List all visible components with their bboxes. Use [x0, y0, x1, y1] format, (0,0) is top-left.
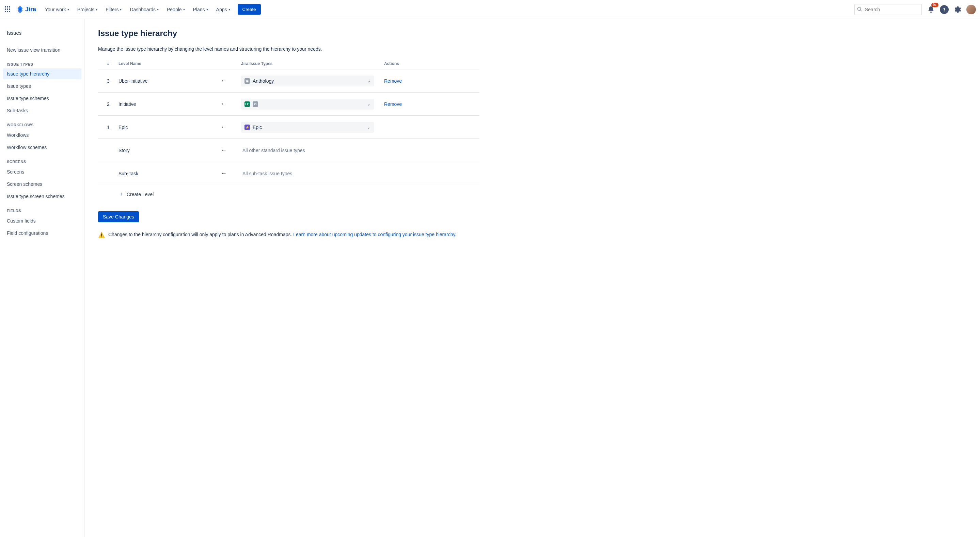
sidebar-transition[interactable]: New issue view transition — [3, 44, 81, 56]
issue-types-readonly: All sub-task issue types — [241, 171, 384, 176]
level-name: Initiative — [118, 102, 221, 107]
level-number: 2 — [98, 102, 118, 107]
avatar[interactable] — [966, 5, 976, 14]
sidebar-item-screen-schemes[interactable]: Screen schemes — [3, 178, 81, 190]
chevron-down-icon: ⌄ — [367, 102, 371, 106]
arrow-left-icon[interactable]: ← — [221, 77, 227, 84]
sidebar-group-fields: Fields — [3, 202, 81, 215]
issue-types-select[interactable]: ⚡Epic⌄ — [241, 122, 374, 133]
table-row: 2Initiative←LEO⌄Remove — [98, 92, 479, 116]
level-name: Story — [118, 148, 221, 153]
sidebar-item-custom-fields[interactable]: Custom fields — [3, 215, 81, 227]
jira-logo[interactable]: Jira — [16, 6, 36, 13]
sidebar-group-screens: Screens — [3, 154, 81, 166]
help-button[interactable] — [940, 5, 949, 14]
sidebar-item-issue-type-hierarchy[interactable]: Issue type hierarchy — [3, 68, 81, 79]
nav-item-dashboards[interactable]: Dashboards▾ — [126, 4, 162, 15]
sidebar-item-workflow-schemes[interactable]: Workflow schemes — [3, 141, 81, 154]
table-row: 1Epic←⚡Epic⌄ — [98, 116, 479, 139]
warning-text: Changes to the hierarchy configuration w… — [108, 232, 293, 237]
nav-item-projects[interactable]: Projects▾ — [74, 4, 101, 15]
level-number: 3 — [98, 78, 118, 84]
sidebar-item-issue-type-screen-schemes[interactable]: Issue type screen schemes — [3, 190, 81, 202]
chevron-down-icon: ▾ — [183, 8, 185, 11]
nav-items: Your work▾Projects▾Filters▾Dashboards▾Pe… — [41, 4, 234, 15]
nav-item-filters[interactable]: Filters▾ — [102, 4, 125, 15]
app-switcher-icon[interactable] — [4, 5, 12, 14]
layout: Issues New issue view transition Issue t… — [0, 19, 980, 537]
notifications-badge: 9+ — [931, 3, 939, 7]
level-name: Uber-initiative — [118, 78, 221, 84]
le-icon: LE — [245, 102, 250, 107]
create-level-button[interactable]: ＋ Create Level — [98, 185, 154, 203]
settings-button[interactable] — [952, 4, 963, 15]
anthology-icon: ◉ — [245, 78, 250, 84]
nav-item-people[interactable]: People▾ — [164, 4, 188, 15]
remove-link[interactable]: Remove — [384, 78, 402, 84]
save-changes-button[interactable]: Save Changes — [98, 211, 139, 222]
topbar: Jira Your work▾Projects▾Filters▾Dashboar… — [0, 0, 980, 19]
page-title: Issue type hierarchy — [98, 29, 479, 38]
brand-text: Jira — [25, 6, 36, 13]
table-row: Sub-Task←All sub-task issue types — [98, 162, 479, 185]
svg-line-1 — [861, 10, 862, 11]
warning-link[interactable]: Learn more about upcoming updates to con… — [293, 232, 456, 237]
sidebar-item-issue-type-schemes[interactable]: Issue type schemes — [3, 92, 81, 105]
col-num-header: # — [98, 61, 118, 66]
create-button[interactable]: Create — [238, 4, 261, 14]
level-name: Sub-Task — [118, 171, 221, 176]
chevron-down-icon: ⌄ — [367, 125, 371, 130]
svg-point-2 — [944, 11, 944, 11]
arrow-left-icon[interactable]: ← — [221, 170, 227, 176]
jira-mark-icon — [16, 6, 24, 13]
warning-icon: ⚠️ — [98, 232, 105, 238]
chevron-down-icon: ▾ — [157, 8, 159, 11]
chevron-down-icon: ▾ — [229, 8, 230, 11]
hierarchy-table: # Level Name Jira Issue Types Actions 3U… — [98, 59, 479, 185]
col-actions-header: Actions — [384, 61, 479, 66]
nav-item-your-work[interactable]: Your work▾ — [41, 4, 73, 15]
chevron-down-icon: ▾ — [120, 8, 122, 11]
epic-icon: ⚡ — [245, 124, 250, 130]
arrow-left-icon[interactable]: ← — [221, 100, 227, 107]
question-icon — [942, 7, 947, 12]
level-number: 1 — [98, 124, 118, 130]
page-description: Manage the issue type hierarchy by chang… — [98, 46, 479, 52]
plus-icon: ＋ — [118, 191, 124, 198]
table-header: # Level Name Jira Issue Types Actions — [98, 59, 479, 70]
issue-types-select[interactable]: LEO⌄ — [241, 99, 374, 110]
sidebar: Issues New issue view transition Issue t… — [0, 19, 84, 537]
search-icon — [857, 6, 862, 13]
col-types-header: Jira Issue Types — [241, 61, 384, 66]
sidebar-item-field-configurations[interactable]: Field configurations — [3, 227, 81, 239]
sidebar-group-issue-types: Issue types — [3, 56, 81, 68]
nav-item-apps[interactable]: Apps▾ — [213, 4, 234, 15]
chevron-down-icon: ⌄ — [367, 79, 371, 83]
svg-point-0 — [858, 7, 861, 10]
warning-box: ⚠️ Changes to the hierarchy configuratio… — [98, 232, 479, 238]
topbar-left: Jira Your work▾Projects▾Filters▾Dashboar… — [4, 4, 261, 15]
issue-types-select[interactable]: ◉Anthology⌄ — [241, 76, 374, 86]
sidebar-item-issue-types[interactable]: Issue types — [3, 80, 81, 92]
chevron-down-icon: ▾ — [96, 8, 97, 11]
notifications-button[interactable]: 9+ — [926, 4, 936, 15]
sidebar-item-workflows[interactable]: Workflows — [3, 129, 81, 141]
sidebar-issues[interactable]: Issues — [3, 27, 81, 38]
arrow-left-icon[interactable]: ← — [221, 124, 227, 130]
main-content: Issue type hierarchy Manage the issue ty… — [84, 19, 493, 537]
sidebar-group-workflows: Workflows — [3, 117, 81, 129]
chevron-down-icon: ▾ — [67, 8, 69, 11]
nav-item-plans[interactable]: Plans▾ — [190, 4, 212, 15]
search-box — [854, 4, 922, 15]
table-row: 3Uber-initiative←◉Anthology⌄Remove — [98, 70, 479, 92]
o-icon: O — [253, 102, 258, 107]
chevron-down-icon: ▾ — [206, 8, 208, 11]
issue-types-readonly: All other standard issue types — [241, 148, 384, 153]
remove-link[interactable]: Remove — [384, 102, 402, 107]
gear-icon — [954, 6, 961, 13]
col-name-header: Level Name — [118, 61, 221, 66]
sidebar-item-sub-tasks[interactable]: Sub-tasks — [3, 105, 81, 117]
arrow-left-icon[interactable]: ← — [221, 147, 227, 154]
search-input[interactable] — [854, 4, 922, 15]
sidebar-item-screens[interactable]: Screens — [3, 166, 81, 178]
